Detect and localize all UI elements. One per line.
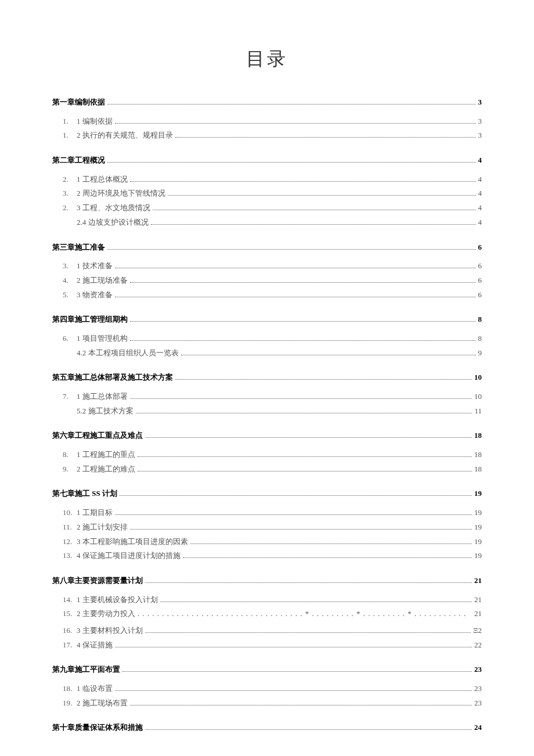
toc-sub-row: 7.1 施工总体部署10 <box>52 390 482 404</box>
toc-sub-row: 4.2 本工程项目组织人员一览表9 <box>52 346 482 361</box>
sub-label: 2 施工现场布置 <box>77 696 128 711</box>
toc-sub-row: 8.1 工程施工的重点18 <box>52 448 482 462</box>
toc-sub-row: 1.2 执行的有关规范、规程目录3 <box>52 128 482 143</box>
chapter-label: 第七章施工 SS 计划 <box>52 487 117 501</box>
leader-dots <box>190 543 472 544</box>
toc-section: 第四章施工管理组期构86.1 项目管理机构84.2 本工程项目组织人员一览表9 <box>52 312 482 360</box>
sub-label: 1 工程总体概况 <box>77 172 128 187</box>
sub-label: 2 工程施工的难点 <box>77 462 135 477</box>
chapter-label: 第一章编制依据 <box>52 95 105 110</box>
sub-page: 4 <box>478 172 482 187</box>
sub-label: 3 工程、水文地质情况 <box>77 201 150 215</box>
leader-dots <box>175 137 476 138</box>
sub-label: 2.4 边坡支护设计概况 <box>77 215 149 230</box>
chapter-label: 第三章施工准备 <box>52 240 105 255</box>
sub-page: Ξ2 <box>473 624 482 638</box>
chapter-page: 24 <box>474 721 482 735</box>
sub-prefix: 1. <box>63 128 77 143</box>
page-title: 目录 <box>52 46 482 72</box>
sub-prefix: 18. <box>63 682 77 696</box>
leader-dots <box>115 297 476 297</box>
sub-page: 23 <box>474 696 482 711</box>
toc-sub-row: 2.4 边坡支护设计概况4 <box>52 215 482 230</box>
toc-section: 第十章质量保证体系和措施24 <box>52 721 482 735</box>
toc-sub-row: 3.2 周边环境及地下管线情况4 <box>52 186 482 201</box>
sub-page: 8 <box>478 332 482 346</box>
leader-dots <box>107 104 476 105</box>
table-of-contents: 第一章编制依据31.1 编制依据31.2 执行的有关规范、规程目录3第二章工程概… <box>52 95 482 735</box>
sub-prefix: 19. <box>63 696 77 711</box>
sub-page: 6 <box>478 259 482 273</box>
leader-dots <box>130 398 472 399</box>
leader-dots <box>145 729 472 730</box>
leader-dots <box>107 249 476 250</box>
leader-dots <box>130 705 472 705</box>
sub-page: 19 <box>474 520 482 535</box>
sub-prefix: 4. <box>63 273 77 288</box>
toc-sub-row: 5.3 物资准备6 <box>52 288 482 303</box>
toc-section: 第六章工程施工重点及难点188.1 工程施工的重点189.2 工程施工的难点18 <box>52 429 482 476</box>
chapter-page: 4 <box>478 153 482 168</box>
leader-dots <box>145 632 471 633</box>
toc-sub-row: 1.1 编制依据3 <box>52 114 482 129</box>
toc-sub-row: 18.1 临设布置23 <box>52 682 482 696</box>
toc-sub-row: 16.3 主要材料投入计划Ξ2 <box>52 624 482 638</box>
toc-chapter-row: 第八章主要资源需要量计划21 <box>52 574 482 588</box>
leader-dots <box>130 340 476 341</box>
sub-prefix: 14. <box>63 593 77 607</box>
sub-label: 2 施工现场准备 <box>77 273 128 288</box>
sub-page: 23 <box>474 682 482 696</box>
sub-page: 10 <box>474 390 482 404</box>
leader-dots <box>115 690 472 691</box>
sub-prefix: 7. <box>63 390 77 404</box>
sub-label: 1 主要机械设备投入计划 <box>77 593 158 607</box>
chapter-page: 19 <box>474 487 482 501</box>
toc-chapter-row: 第七章施工 SS 计划19 <box>52 487 482 501</box>
toc-sub-row: 13.4 保证施工项目进度计划的措施19 <box>52 549 482 563</box>
sub-prefix: 10. <box>63 506 77 520</box>
toc-chapter-row: 第一章编制依据3 <box>52 95 482 110</box>
sub-page: 19 <box>474 535 482 549</box>
leader-dots <box>138 456 472 457</box>
leader-dots <box>153 210 476 210</box>
leader-dots <box>130 529 472 530</box>
sub-page: 6 <box>478 273 482 288</box>
leader-dots <box>115 268 476 268</box>
toc-sub-row: 19.2 施工现场布置23 <box>52 696 482 711</box>
toc-sub-row: 3.1 技术准备6 <box>52 259 482 273</box>
toc-section: 第七章施工 SS 计划1910.1 工期目标1911.2 施工计划安排1912.… <box>52 487 482 563</box>
toc-chapter-row: 第三章施工准备6 <box>52 240 482 255</box>
sub-label: 1 编制依据 <box>77 114 113 129</box>
sub-page: 21 <box>474 607 482 621</box>
toc-sub-row: 17.4 保证措施22 <box>52 638 482 653</box>
sub-label: 1 项目管理机构 <box>77 332 128 346</box>
toc-sub-row: 4.2 施工现场准备6 <box>52 273 482 288</box>
toc-section: 第五章施工总体部署及施工技术方案107.1 施工总体部署105.2 施工技术方案… <box>52 370 482 418</box>
toc-section: 第一章编制依据31.1 编制依据31.2 执行的有关规范、规程目录3 <box>52 95 482 143</box>
sub-prefix: 9. <box>63 462 77 477</box>
toc-chapter-row: 第五章施工总体部署及施工技术方案10 <box>52 370 482 385</box>
chapter-page: 3 <box>478 95 482 110</box>
sub-page: 19 <box>474 506 482 520</box>
sub-page: 18 <box>474 448 482 462</box>
chapter-label: 第四章施工管理组期构 <box>52 312 128 327</box>
sub-label: 3 本工程影响施工项目进度的因素 <box>77 535 188 549</box>
sub-page: 9 <box>478 346 482 361</box>
leader-dots <box>120 495 472 496</box>
sub-page: 4 <box>478 215 482 230</box>
sub-page: 18 <box>474 462 482 477</box>
chapter-label: 第十章质量保证体系和措施 <box>52 721 143 735</box>
sub-prefix: 8. <box>63 448 77 462</box>
toc-chapter-row: 第十章质量保证体系和措施24 <box>52 721 482 735</box>
toc-section: 第九章施工平面布置2318.1 临设布置2319.2 施工现场布置23 <box>52 663 482 710</box>
toc-sub-row: 9.2 工程施工的难点18 <box>52 462 482 477</box>
toc-sub-row: 14.1 主要机械设备投入计划21 <box>52 593 482 607</box>
sub-prefix: 1. <box>63 114 77 129</box>
sub-page: 21 <box>474 593 482 607</box>
toc-sub-row: 10.1 工期目标19 <box>52 506 482 520</box>
toc-chapter-row: 第六章工程施工重点及难点18 <box>52 429 482 443</box>
chapter-label: 第二章工程概况 <box>52 153 105 168</box>
chapter-label: 第六章工程施工重点及难点 <box>52 429 143 443</box>
toc-sub-row: 12.3 本工程影响施工项目进度的因素19 <box>52 535 482 549</box>
sub-label: 2 执行的有关规范、规程目录 <box>77 128 173 143</box>
